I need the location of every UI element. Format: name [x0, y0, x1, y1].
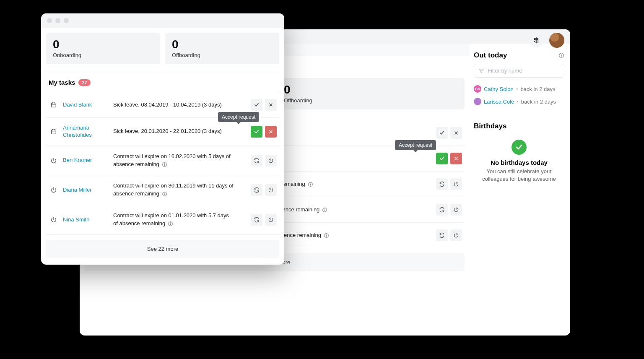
task-actions: [239, 126, 277, 138]
svg-rect-15: [52, 130, 56, 134]
task-description: Contract will expire on 01.01.2020 with …: [113, 212, 235, 228]
task-row: Nina SmithContract will expire on 01.01.…: [46, 205, 279, 235]
accept-button[interactable]: [436, 127, 448, 139]
my-tasks-heading: My tasks: [49, 79, 75, 86]
svg-rect-23: [170, 223, 171, 225]
no-birthdays-title: No birthdays today: [474, 159, 564, 166]
power-icon: [49, 187, 59, 193]
renew-button[interactable]: [436, 178, 448, 190]
power-icon: [49, 216, 59, 223]
renew-button[interactable]: [251, 155, 262, 166]
svg-rect-13: [561, 54, 561, 55]
info-icon[interactable]: [322, 207, 328, 213]
accept-button[interactable]: [251, 126, 262, 138]
out-today-heading: Out today: [474, 51, 507, 60]
stat-label: Offboarding: [284, 97, 458, 104]
calendar-icon: [49, 128, 59, 135]
accept-request-tooltip: Accept request: [218, 112, 259, 122]
end-button[interactable]: [450, 204, 462, 216]
stat-label: Offboarding: [172, 52, 273, 58]
filter-placeholder: Filter by name: [488, 68, 522, 74]
info-icon[interactable]: [558, 52, 564, 58]
filter-by-name-input[interactable]: Filter by name: [474, 64, 564, 78]
task-row: Annamaria ChristofidesSick leave, 20.01.…: [46, 118, 279, 146]
birthdays-heading: Birthdays: [474, 122, 506, 130]
out-today-row: Larissa Cole•back in 2 days: [474, 95, 564, 108]
task-actions: [424, 204, 462, 216]
end-button[interactable]: [450, 229, 462, 241]
foreground-window: 0 Onboarding 0 Offboarding My tasks 27 D…: [41, 13, 284, 265]
renew-button[interactable]: [436, 204, 448, 216]
info-icon[interactable]: [161, 191, 167, 197]
task-description: Sick leave, 20.01.2020 - 22.01.2020 (3 d…: [113, 127, 235, 135]
avatar-initials: CS: [474, 85, 481, 93]
task-actions: [239, 155, 277, 166]
check-circle-icon: [512, 140, 527, 155]
return-note: back in 2 days: [520, 86, 555, 92]
info-icon[interactable]: [168, 221, 174, 227]
reject-button[interactable]: [450, 127, 462, 139]
reject-button[interactable]: [450, 153, 462, 164]
task-description: Contract will expire on 30.11.2019 with …: [113, 182, 235, 198]
window-dot: [64, 18, 69, 23]
task-actions: [239, 214, 277, 226]
accept-button[interactable]: [436, 153, 448, 164]
svg-rect-17: [164, 164, 165, 166]
employee-link[interactable]: David Blank: [63, 101, 109, 109]
calendar-icon: [49, 101, 59, 108]
accept-request-tooltip: Accept request: [395, 140, 436, 150]
employee-link[interactable]: Ben Kramer: [63, 157, 109, 164]
svg-rect-20: [164, 194, 165, 195]
stat-onboarding[interactable]: 0 Onboarding: [46, 33, 160, 64]
end-button[interactable]: [265, 155, 277, 166]
end-button[interactable]: [265, 184, 277, 196]
svg-rect-7: [325, 208, 325, 209]
avatar[interactable]: [549, 33, 564, 48]
filter-icon: [478, 68, 484, 74]
task-actions: [424, 127, 462, 139]
employee-link[interactable]: Larissa Cole: [484, 99, 514, 105]
reject-button[interactable]: [265, 99, 277, 111]
stat-value: 0: [172, 38, 273, 51]
titlebar: [41, 13, 284, 28]
svg-rect-21: [164, 193, 165, 193]
reject-button[interactable]: [265, 126, 277, 138]
separator: •: [517, 99, 519, 105]
out-today-row: CSCathy Solon•back in 2 days: [474, 83, 564, 95]
employee-link[interactable]: Nina Smith: [63, 216, 109, 224]
info-icon[interactable]: [324, 232, 330, 238]
window-dot: [47, 18, 52, 23]
stat-value: 0: [53, 38, 153, 51]
no-birthdays-sub: You can still celebrate your colleagues …: [474, 168, 564, 183]
see-more-button[interactable]: See 22 more: [46, 240, 279, 258]
svg-rect-14: [52, 103, 56, 107]
svg-rect-10: [326, 234, 327, 234]
renew-button[interactable]: [251, 214, 262, 226]
stat-offboarding[interactable]: 0 Offboarding: [165, 33, 279, 64]
task-actions: [424, 153, 462, 164]
separator: •: [516, 86, 518, 92]
renew-button[interactable]: [436, 229, 448, 241]
svg-rect-18: [164, 163, 165, 164]
renew-button[interactable]: [251, 184, 262, 196]
accept-button[interactable]: [251, 99, 262, 111]
employee-link[interactable]: Diana Miller: [63, 187, 109, 194]
return-note: back in 2 days: [521, 99, 556, 105]
signpost-icon[interactable]: [529, 33, 543, 47]
avatar: [474, 98, 481, 105]
stat-offboarding[interactable]: 0 Offboarding: [277, 78, 465, 109]
svg-rect-6: [325, 209, 325, 211]
end-button[interactable]: [450, 178, 462, 190]
employee-link[interactable]: Cathy Solon: [484, 86, 514, 92]
svg-rect-9: [326, 235, 327, 237]
task-count-badge: 27: [78, 79, 90, 86]
end-button[interactable]: [265, 214, 277, 226]
info-icon[interactable]: [161, 161, 167, 167]
task-description: Sick leave, 08.04.2019 - 10.04.2019 (3 d…: [113, 101, 235, 109]
info-icon[interactable]: [307, 181, 313, 187]
task-row: Ben KramerContract will expire on 16.02.…: [46, 146, 279, 176]
employee-link[interactable]: Annamaria Christofides: [63, 125, 109, 139]
stat-value: 0: [284, 83, 458, 96]
stat-label: Onboarding: [53, 52, 153, 58]
task-description: Contract will expire on 16.02.2020 with …: [113, 153, 235, 169]
